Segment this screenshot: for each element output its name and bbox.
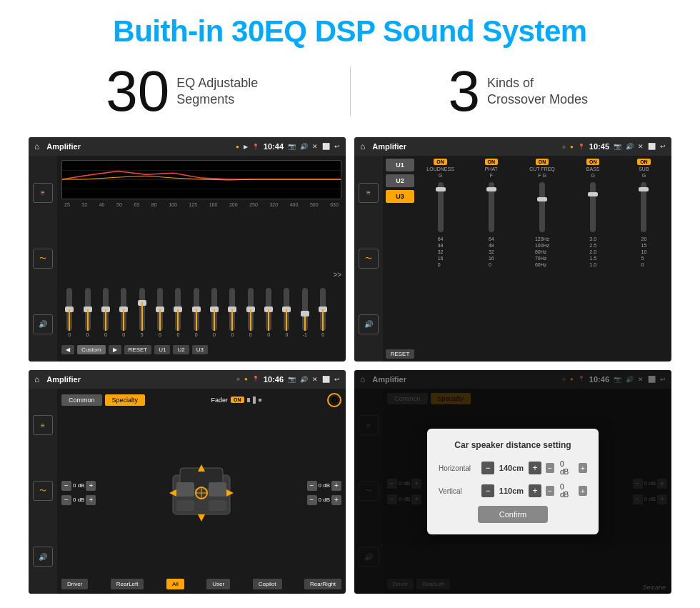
cutfreq-slider[interactable] <box>539 182 545 232</box>
h-db-minus[interactable]: − <box>546 463 554 473</box>
left-bot-plus[interactable]: + <box>86 495 96 505</box>
confirm-button[interactable]: Confirm <box>478 506 549 523</box>
left-bot-minus[interactable]: − <box>61 495 71 505</box>
horizontal-label: Horizontal <box>439 464 477 472</box>
main-title: Buith-in 30EQ DSP Sound System <box>113 14 586 49</box>
right-top-minus[interactable]: − <box>307 481 317 491</box>
right-top-plus[interactable]: + <box>331 481 341 491</box>
right-bot-plus[interactable]: + <box>331 495 341 505</box>
play-button[interactable]: ▶ <box>109 345 121 354</box>
left-top-ctrl: − 0 dB + <box>61 481 96 491</box>
h-db-plus[interactable]: + <box>579 463 587 473</box>
screenshot-amp: ⌂ Amplifier ■ ● 📍 10:45 📷 🔊 ✕ ⬜ ↩ ≡ 〜 🔊 <box>354 137 671 362</box>
stats-row: 30 EQ Adjustable Segments 3 Kinds of Cro… <box>29 63 671 120</box>
sp-eq-icon[interactable]: ≡ <box>33 415 53 435</box>
eq-sidebar: ≡ 〜 🔊 <box>29 156 57 362</box>
back-icon-2: ↩ <box>660 143 666 150</box>
crossover-label-line1: Kinds of <box>487 75 588 91</box>
loudness-slider[interactable] <box>438 182 444 232</box>
horizontal-value: 140cm <box>497 464 526 472</box>
slider-3: 0 <box>98 288 114 337</box>
slider-4: 0 <box>116 288 131 337</box>
reset-btn-2[interactable]: RESET <box>386 349 414 359</box>
page-container: Buith-in 30EQ DSP Sound System 30 EQ Adj… <box>0 0 700 608</box>
amp-channels: U1 U2 U3 RESET <box>386 159 414 359</box>
u2-ch-btn[interactable]: U2 <box>386 174 414 187</box>
eq-icon-3[interactable]: 🔊 <box>33 314 53 334</box>
right-controls: − 0 dB + − 0 dB + <box>307 481 341 505</box>
tab-common-3[interactable]: Common <box>61 394 102 406</box>
vertical-plus[interactable]: + <box>529 484 541 497</box>
horizontal-plus[interactable]: + <box>529 462 541 474</box>
left-top-minus[interactable]: − <box>61 481 71 491</box>
cutfreq-on: ON <box>536 159 549 165</box>
u1-ch-btn[interactable]: U1 <box>386 159 414 171</box>
left-bot-ctrl: − 0 dB + <box>61 495 96 505</box>
all-btn-3[interactable]: All <box>166 579 184 589</box>
v-db-val: 0 dB <box>557 483 576 499</box>
cutfreq-col: ON CUT FREQ F G 120Hz 100Hz 80Hz 70Hz <box>517 159 566 359</box>
u2-button[interactable]: U2 <box>173 345 189 354</box>
eq-icon-1[interactable]: ≡ <box>33 183 53 203</box>
left-top-plus[interactable]: + <box>86 481 96 491</box>
slider-13: 0 <box>279 288 294 337</box>
slider-7: 0 <box>170 288 186 337</box>
speaker-top-row: Common Specialty Fader ON ⚙ <box>61 393 341 407</box>
speaker-main: Common Specialty Fader ON ⚙ <box>57 389 346 594</box>
volume-icon-1: 🔊 <box>300 143 308 150</box>
wifi-icon-1: ✕ <box>312 143 318 150</box>
slider-2: 0 <box>79 288 95 337</box>
custom-button[interactable]: Custom <box>77 345 106 354</box>
volume-icon-2: 🔊 <box>626 143 634 150</box>
prev-button[interactable]: ◀ <box>61 345 74 354</box>
slider-9: 0 <box>206 288 222 337</box>
screenshots-grid: ⌂ Amplifier ● ▶ 📍 10:44 📷 🔊 ✕ ⬜ ↩ ≡ 〜 🔊 <box>29 137 671 594</box>
loudness-label: LOUDNESS <box>426 166 454 171</box>
home-icon-1: ⌂ <box>34 141 39 151</box>
u3-button[interactable]: U3 <box>192 345 208 354</box>
app-name-2: Amplifier <box>372 142 558 151</box>
sp-vol-icon[interactable]: 🔊 <box>33 547 53 567</box>
phat-label: PHAT <box>485 166 498 171</box>
amp-vol-icon[interactable]: 🔊 <box>359 314 379 334</box>
modal-title: Car speaker distance setting <box>439 440 587 450</box>
fader-label: Fader <box>211 397 229 404</box>
vertical-minus[interactable]: − <box>481 484 494 497</box>
user-btn-3[interactable]: User <box>206 579 230 589</box>
amp-eq-icon[interactable]: ≡ <box>359 183 379 203</box>
status-bar-2: ⌂ Amplifier ■ ● 📍 10:45 📷 🔊 ✕ ⬜ ↩ <box>354 137 671 156</box>
svg-rect-9 <box>209 482 226 497</box>
app-name-3: Amplifier <box>46 375 232 384</box>
rearleft-btn-3[interactable]: RearLeft <box>111 579 144 589</box>
crossover-number: 3 <box>448 63 480 120</box>
bass-slider[interactable] <box>590 182 596 232</box>
eq-main: 25 32 40 50 63 80 100 125 160 200 250 32… <box>57 156 346 362</box>
horizontal-minus[interactable]: − <box>481 462 494 474</box>
slider-1: 0 <box>61 288 77 337</box>
reset-button-1[interactable]: RESET <box>124 345 152 354</box>
rearright-btn-3[interactable]: RearRight <box>304 579 341 589</box>
status-dot-3: ■ <box>236 376 240 382</box>
driver-btn-3[interactable]: Driver <box>61 579 88 589</box>
sub-slider[interactable] <box>641 182 646 232</box>
right-bot-minus[interactable]: − <box>307 495 317 505</box>
phat-slider[interactable] <box>489 182 494 232</box>
copilot-btn-3[interactable]: Copilot <box>253 579 282 589</box>
v-db-minus[interactable]: − <box>546 486 554 496</box>
fullscreen-icon-2: ⬜ <box>648 143 656 150</box>
car-svg <box>166 461 237 525</box>
sp-wave-icon[interactable]: 〜 <box>33 481 53 501</box>
slider-6: 0 <box>152 288 168 337</box>
bullet-3: ● <box>244 376 248 382</box>
settings-gear-3[interactable]: ⚙ <box>327 393 341 407</box>
u1-button[interactable]: U1 <box>154 345 170 354</box>
v-db-plus[interactable]: + <box>579 486 587 496</box>
svg-rect-10 <box>176 500 194 511</box>
u3-ch-btn[interactable]: U3 <box>386 190 414 203</box>
time-2: 10:45 <box>589 142 609 151</box>
svg-rect-4 <box>253 397 256 404</box>
eq-icon-2[interactable]: 〜 <box>33 249 53 269</box>
camera-icon-1: 📷 <box>288 143 296 150</box>
amp-wave-icon[interactable]: 〜 <box>359 249 379 269</box>
tab-specialty-3[interactable]: Specialty <box>105 394 146 406</box>
